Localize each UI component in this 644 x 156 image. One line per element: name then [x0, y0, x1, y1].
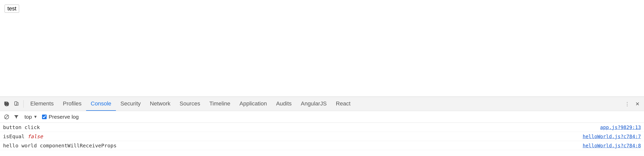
console-row-2-text: isEqual false	[3, 133, 578, 139]
tab-audits[interactable]: Audits	[272, 97, 296, 111]
tab-elements[interactable]: Elements	[26, 97, 58, 111]
more-options-icon[interactable]: ⋮	[623, 99, 632, 108]
preserve-log-checkbox[interactable]	[42, 115, 47, 119]
context-selector[interactable]: top ▼	[22, 113, 39, 120]
filter-icon[interactable]	[13, 113, 20, 120]
test-button[interactable]: test	[5, 5, 19, 13]
console-row-3-link[interactable]: helloWorld.js?c784:8	[583, 143, 641, 148]
context-label: top	[24, 114, 32, 120]
console-row: button click app.js?9829:13	[0, 123, 644, 132]
svg-point-4	[16, 104, 16, 105]
tab-network[interactable]: Network	[145, 97, 175, 111]
preserve-log-text: Preserve log	[49, 114, 79, 120]
tab-timeline[interactable]: Timeline	[205, 97, 235, 111]
close-devtools-icon[interactable]: ✕	[633, 99, 642, 108]
page-content: test	[0, 0, 644, 97]
tab-angularjs[interactable]: AngularJS	[296, 97, 331, 111]
tab-security[interactable]: Security	[116, 97, 145, 111]
devtools-panel: Elements Profiles Console Security Netwo…	[0, 97, 644, 156]
toggle-device-icon[interactable]	[12, 99, 21, 108]
tab-console[interactable]: Console	[86, 97, 116, 111]
console-row-3-text: hello world componentWillReceiveProps	[3, 143, 578, 149]
toolbar-right: ⋮ ✕	[623, 99, 642, 108]
tab-sources[interactable]: Sources	[175, 97, 205, 111]
tab-profiles[interactable]: Profiles	[58, 97, 86, 111]
svg-line-6	[5, 115, 9, 119]
tab-application[interactable]: Application	[235, 97, 272, 111]
console-row-2-link[interactable]: helloWorld.js?c784:7	[583, 134, 641, 139]
console-row: hello world componentWillReceiveProps he…	[0, 141, 644, 150]
devtools-toolbar: Elements Profiles Console Security Netwo…	[0, 97, 644, 111]
console-row-1-text: button click	[3, 124, 595, 130]
console-toolbar: top ▼ Preserve log	[0, 111, 644, 123]
console-row: isEqual false helloWorld.js?c784:7	[0, 132, 644, 141]
context-arrow-icon: ▼	[33, 115, 37, 119]
console-row-1-link[interactable]: app.js?9829:13	[600, 124, 641, 130]
console-output: button click app.js?9829:13 isEqual fals…	[0, 123, 644, 156]
toolbar-divider	[23, 100, 24, 108]
devtools-tabs: Elements Profiles Console Security Netwo…	[26, 97, 623, 111]
inspect-element-icon[interactable]	[2, 99, 11, 108]
false-value: false	[28, 133, 43, 139]
preserve-log-label[interactable]: Preserve log	[42, 114, 79, 120]
clear-console-icon[interactable]	[3, 113, 10, 120]
tab-react[interactable]: React	[331, 97, 355, 111]
